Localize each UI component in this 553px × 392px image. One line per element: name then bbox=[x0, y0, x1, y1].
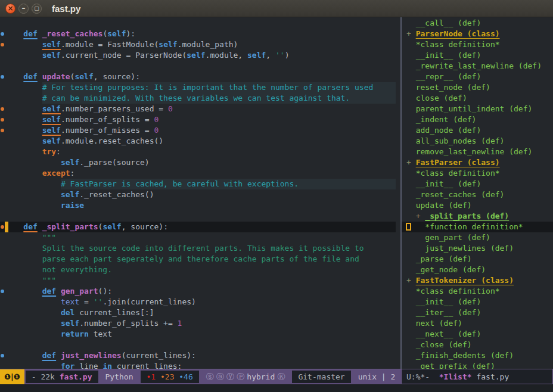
outline-entry[interactable]: __init__ (def) bbox=[402, 179, 553, 189]
outline-entry[interactable]: *function definition* bbox=[402, 222, 553, 232]
git-branch-segment[interactable]: Git-master bbox=[292, 371, 350, 383]
outline-entry[interactable]: just_newlines (def) bbox=[402, 243, 553, 254]
code-line[interactable]: """ bbox=[0, 275, 396, 286]
code-line[interactable]: raise bbox=[0, 200, 396, 211]
outline-entry[interactable]: *class definition* bbox=[402, 39, 553, 50]
major-mode-segment[interactable]: Python bbox=[100, 369, 139, 384]
outline-entry[interactable]: reset_node (def) bbox=[402, 82, 553, 93]
token bbox=[406, 286, 416, 297]
fringe bbox=[0, 254, 5, 265]
code-line[interactable]: self.current_node = ParserNode(self.modu… bbox=[0, 50, 396, 61]
code-line[interactable]: def _reset_caches(self): bbox=[0, 29, 396, 39]
code-line[interactable] bbox=[0, 211, 396, 222]
token bbox=[174, 372, 179, 381]
code-line[interactable]: not everything. bbox=[0, 265, 396, 275]
maximize-button[interactable]: ▢ bbox=[32, 4, 42, 14]
outline-entry[interactable]: _get_prefix (def) bbox=[402, 361, 553, 369]
token: .number_of_splits = bbox=[61, 115, 154, 124]
encoding-segment[interactable]: unix | 2 bbox=[352, 369, 401, 384]
outline-entry[interactable]: + FastTokenizer (class) bbox=[402, 275, 553, 286]
outline-entry[interactable]: _reset_caches (def) bbox=[402, 189, 553, 200]
outline-entry[interactable]: remove_last_newline (def) bbox=[402, 147, 553, 157]
token: gen_part bbox=[61, 287, 98, 295]
outline-entry[interactable]: close (def) bbox=[402, 93, 553, 104]
code-text: # FastParser is cached, be careful with … bbox=[61, 179, 396, 189]
outline-entry[interactable]: all_sub_nodes (def) bbox=[402, 136, 553, 147]
code-line[interactable]: def just_newlines(current_lines): bbox=[0, 350, 396, 361]
code-line[interactable]: self.number_of_misses = 0 bbox=[0, 125, 396, 136]
token: def bbox=[42, 351, 56, 360]
code-line[interactable]: # FastParser is cached, be careful with … bbox=[0, 179, 396, 189]
outline-entry[interactable]: gen_part (def) bbox=[402, 232, 553, 243]
outline-entry[interactable]: parent_until_indent (def) bbox=[402, 104, 553, 114]
minimize-icon: – bbox=[22, 5, 26, 12]
code-line[interactable]: parse each part seperately and therefore… bbox=[0, 254, 396, 265]
outline-entry[interactable]: _get_node (def) bbox=[402, 265, 553, 275]
code-line[interactable]: try: bbox=[0, 147, 396, 157]
token bbox=[406, 71, 416, 82]
token: : bbox=[56, 147, 61, 156]
outline-entry[interactable]: __iter__ (def) bbox=[402, 307, 553, 318]
outline-entry[interactable]: _rewrite_last_newline (def) bbox=[402, 61, 553, 71]
outline-entry[interactable]: _close (def) bbox=[402, 340, 553, 350]
echo-area[interactable] bbox=[0, 384, 553, 392]
code-line[interactable]: self.number_of_splits += 1 bbox=[0, 318, 396, 329]
token: def bbox=[23, 29, 37, 38]
token: # FastParser is cached, be careful with … bbox=[61, 179, 299, 188]
outline-entry[interactable]: add_node (def) bbox=[402, 125, 553, 136]
code-line[interactable]: def _split_parts(self, source): bbox=[0, 222, 396, 232]
code-line[interactable]: # can be minimized. With these variables… bbox=[0, 93, 396, 104]
code-line[interactable]: self.number_of_splits = 0 bbox=[0, 114, 396, 125]
code-line[interactable]: def gen_part(): bbox=[0, 286, 396, 297]
outline-entry[interactable]: _indent (def) bbox=[402, 114, 553, 125]
token: _indent (def) bbox=[416, 114, 477, 125]
outline-entry[interactable]: update (def) bbox=[402, 200, 553, 211]
outline-entry[interactable]: + _split_parts (def) bbox=[402, 211, 553, 222]
code-text: """ bbox=[42, 275, 56, 286]
code-line[interactable] bbox=[0, 340, 396, 350]
code-line[interactable]: self._reset_caches() bbox=[0, 189, 396, 200]
outline-entry[interactable]: + ParserNode (class) bbox=[402, 29, 553, 39]
code-line[interactable]: return text bbox=[0, 329, 396, 340]
code-line[interactable]: # For testing purposes: It is important … bbox=[0, 82, 396, 93]
code-line[interactable]: def update(self, source): bbox=[0, 71, 396, 82]
code-line[interactable]: self.number_parsers_used = 0 bbox=[0, 104, 396, 114]
outline-entry[interactable]: _parse (def) bbox=[402, 254, 553, 265]
outline-entry[interactable]: __repr__ (def) bbox=[402, 71, 553, 82]
token: self bbox=[74, 72, 93, 81]
outline-entry[interactable]: next (def) bbox=[402, 318, 553, 329]
token: __init__ (def) bbox=[416, 297, 481, 307]
code-line[interactable]: Split the source code into different par… bbox=[0, 243, 396, 254]
outline-entry[interactable]: + FastParser (class) bbox=[402, 157, 553, 168]
outline-panel[interactable]: __call__ (def)+ ParserNode (class) *clas… bbox=[402, 17, 553, 369]
outline-entry[interactable]: __init__ (def) bbox=[402, 50, 553, 61]
outline-entry[interactable]: *class definition* bbox=[402, 168, 553, 179]
imenu-list-modeline[interactable]: U:%*- *Ilist* fast.py bbox=[401, 369, 553, 384]
flycheck-segment[interactable]: •1 •23 •46 bbox=[141, 371, 199, 383]
code-line[interactable]: for line in current_lines: bbox=[0, 361, 396, 369]
token: self bbox=[42, 115, 61, 124]
outline-entry[interactable]: __init__ (def) bbox=[402, 297, 553, 307]
outline-entry[interactable]: *class definition* bbox=[402, 286, 553, 297]
code-line[interactable]: except: bbox=[0, 168, 396, 179]
code-buffer[interactable]: def _reset_caches(self): self.module = F… bbox=[0, 17, 400, 369]
code-line[interactable]: text = ''.join(current_lines) bbox=[0, 297, 396, 307]
minor-modes-segment[interactable]: ⓢ ⓐ ⓨ Ⓟ hybrid Ⓚ bbox=[200, 369, 291, 384]
close-button[interactable]: × bbox=[5, 4, 15, 14]
outline-entry[interactable]: _finish_dedents (def) bbox=[402, 350, 553, 361]
code-line[interactable]: """ bbox=[0, 232, 396, 243]
buffer-info-segment[interactable]: - 22k fast.py bbox=[26, 371, 98, 383]
window-number-segment[interactable]: ❶|❶ bbox=[0, 369, 24, 384]
token: Git-master bbox=[298, 372, 344, 381]
outline-entry[interactable]: __next__ (def) bbox=[402, 329, 553, 340]
code-line[interactable]: self.module = FastModule(self.module_pat… bbox=[0, 39, 396, 50]
minimize-button[interactable]: – bbox=[18, 4, 29, 14]
code-line[interactable]: self.module.reset_caches() bbox=[0, 136, 396, 147]
code-line[interactable]: del current_lines[:] bbox=[0, 307, 396, 318]
code-line[interactable] bbox=[0, 61, 396, 71]
code-text: not everything. bbox=[42, 265, 112, 275]
code-line[interactable]: self._parse(source) bbox=[0, 157, 396, 168]
code-line[interactable] bbox=[0, 18, 396, 29]
token: not everything. bbox=[42, 265, 112, 274]
outline-entry[interactable]: __call__ (def) bbox=[402, 18, 553, 29]
